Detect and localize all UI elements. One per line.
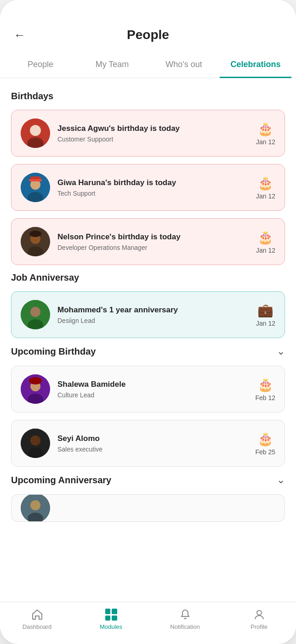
bell-icon (179, 609, 191, 621)
svg-point-27 (257, 610, 262, 615)
briefcase-icon-mohammed: 💼 (257, 303, 273, 318)
cake-icon-jessica: 🎂 (257, 121, 273, 136)
house-icon (31, 609, 43, 621)
mohammed-name: Mohammed's 1 year anniversary (57, 305, 178, 315)
nav-modules[interactable]: Modules (74, 609, 148, 630)
nav-notification[interactable]: Notification (148, 609, 222, 630)
phone-container: ← People People My Team Who's out Celebr… (0, 0, 296, 644)
tab-whos-out[interactable]: Who's out (148, 51, 220, 78)
avatar-giwa (21, 173, 50, 202)
upcoming-birthday-header: Upcoming Birthday ⌄ (11, 345, 285, 357)
birthday-card-giwa: Giwa Haruna's birthday is today Tech Sup… (11, 164, 285, 211)
main-content: Birthdays Jessica Agwu's birthday is tod… (0, 78, 296, 602)
avatar-jessica (21, 119, 50, 148)
giwa-role: Tech Support (57, 190, 176, 197)
avatar-nelson (21, 227, 50, 256)
shalewa-date: Feb 12 (255, 394, 275, 401)
upcoming-anniversary-chevron[interactable]: ⌄ (277, 474, 285, 486)
seyi-role: Sales executive (57, 446, 102, 453)
bottom-nav: Dashboard Modules Notification Prof (0, 602, 296, 644)
jessica-name: Jessica Agwu's birthday is today (57, 124, 180, 134)
avatar-upcoming-anniversary (21, 494, 50, 522)
giwa-date: Jan 12 (256, 192, 275, 200)
svg-rect-9 (29, 179, 42, 181)
tab-celebrations[interactable]: Celebrations (220, 51, 291, 78)
mohammed-date: Jan 12 (256, 320, 275, 327)
birthday-card-nelson: Nelson Prince's birthday is today Develo… (11, 218, 285, 265)
nav-modules-label: Modules (100, 623, 122, 630)
svg-point-25 (30, 500, 40, 510)
seyi-date: Feb 25 (255, 448, 275, 456)
header: ← People (0, 0, 296, 51)
nav-notification-label: Notification (170, 623, 199, 630)
tab-bar: People My Team Who's out Celebrations (0, 51, 296, 78)
cake-icon-nelson: 🎂 (257, 230, 273, 245)
nelson-date: Jan 12 (256, 247, 275, 254)
upcoming-birthday-card-seyi: Seyi Alomo Sales executive 🎂 Feb 25 (11, 420, 285, 467)
nelson-role: Developer Operations Manager (57, 244, 181, 251)
cake-icon-seyi: 🎂 (257, 431, 273, 446)
mohammed-role: Desiign Lead (57, 317, 178, 324)
seyi-name: Seyi Alomo (57, 434, 102, 444)
avatar-seyi (21, 429, 50, 458)
upcoming-birthday-card-shalewa: Shalewa Bamidele Culture Lead 🎂 Feb 12 (11, 366, 285, 412)
tab-my-team[interactable]: My Team (76, 51, 148, 78)
cake-icon-shalewa: 🎂 (257, 377, 273, 392)
page-title: People (127, 28, 169, 42)
anniversary-card-mohammed: Mohammed's 1 year anniversary Desiign Le… (11, 291, 285, 338)
giwa-name: Giwa Haruna's birthday is today (57, 178, 176, 188)
back-button[interactable]: ← (14, 28, 26, 42)
avatar-shalewa (21, 374, 50, 404)
shalewa-name: Shalewa Bamidele (57, 379, 125, 390)
upcoming-anniversary-title: Upcoming Anniversary (11, 475, 111, 486)
anniversary-section-title: Job Anniversay (11, 272, 285, 283)
person-icon (253, 609, 265, 621)
svg-point-3 (30, 125, 40, 136)
shalewa-role: Culture Lead (57, 391, 125, 399)
cake-icon-giwa: 🎂 (257, 175, 273, 191)
svg-point-13 (29, 231, 41, 237)
upcoming-anniversary-partial (11, 494, 285, 522)
birthday-card-jessica: Jessica Agwu's birthday is today Custome… (11, 110, 285, 157)
svg-point-20 (29, 377, 42, 384)
upcoming-birthday-chevron[interactable]: ⌄ (277, 345, 285, 357)
jessica-date: Jan 12 (256, 138, 275, 146)
nav-dashboard[interactable]: Dashboard (0, 609, 74, 630)
avatar-mohammed (21, 300, 50, 329)
upcoming-anniversary-header: Upcoming Anniversary ⌄ (11, 474, 285, 486)
birthdays-section-title: Birthdays (11, 91, 285, 102)
svg-point-22 (30, 435, 40, 446)
svg-point-15 (30, 307, 40, 317)
nav-dashboard-label: Dashboard (23, 623, 52, 630)
nav-profile-label: Profile (250, 623, 268, 630)
upcoming-birthday-title: Upcoming Birthday (11, 346, 96, 357)
nelson-name: Nelson Prince's birthday is today (57, 232, 181, 242)
tab-people[interactable]: People (5, 51, 76, 78)
nav-profile[interactable]: Profile (222, 609, 296, 630)
jessica-role: Customer Suppoort (57, 136, 180, 143)
grid-icon (105, 609, 117, 621)
